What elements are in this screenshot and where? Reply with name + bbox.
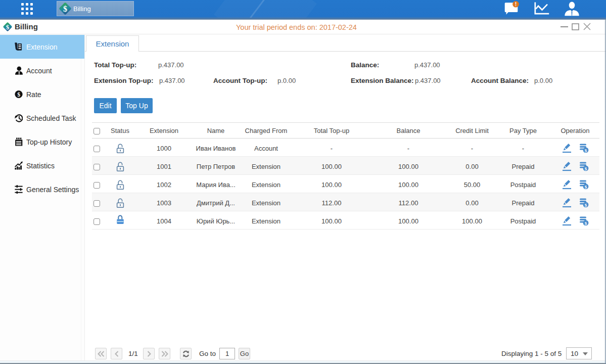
- svg-text:$: $: [585, 148, 587, 153]
- svg-text:$: $: [585, 185, 587, 190]
- svg-text:$: $: [63, 5, 67, 13]
- svg-text:$: $: [585, 221, 587, 226]
- svg-text:$: $: [585, 203, 587, 208]
- svg-text:$: $: [585, 166, 587, 171]
- svg-text:!: !: [515, 1, 517, 7]
- svg-text:$: $: [17, 92, 20, 98]
- svg-text:$: $: [6, 23, 10, 31]
